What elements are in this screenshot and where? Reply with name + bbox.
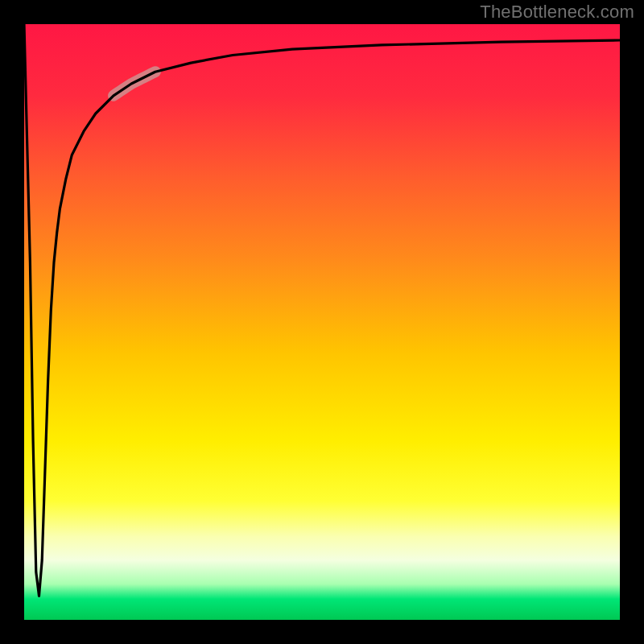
plot-area xyxy=(24,24,620,620)
gradient-background xyxy=(24,24,620,620)
bottleneck-chart xyxy=(24,24,620,620)
chart-frame: TheBottleneck.com xyxy=(0,0,644,644)
attribution-label: TheBottleneck.com xyxy=(480,2,634,23)
